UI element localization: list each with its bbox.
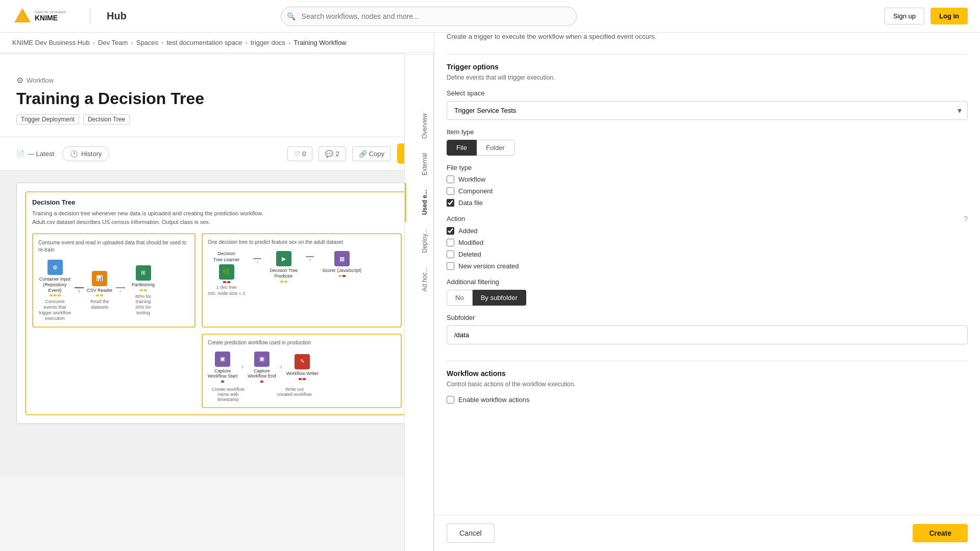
workflow-checkbox[interactable] [447, 176, 454, 183]
csv-reader-label: CSV Reader [87, 288, 113, 293]
capture-end-label: CaptureWorkflow End [248, 368, 276, 380]
trigger-panel-content: ⚡ Create trigger ✕ Create a trigger to e… [434, 0, 980, 551]
node-partitioning: ⊞ Partitioning 80% for training20% for t… [128, 265, 159, 316]
breadcrumb-item-1[interactable]: Dev Team [98, 39, 128, 46]
signup-button[interactable]: Sign up [885, 8, 924, 24]
workflow-label-text: Workflow [27, 77, 54, 84]
select-space-dropdown[interactable]: Trigger Service Tests [447, 101, 968, 120]
tag-0: Trigger Deployment [16, 114, 79, 124]
decision-tree-box: Decision Tree Training a decision tree w… [25, 191, 409, 415]
svg-text:KNIME: KNIME [35, 14, 58, 22]
history-button[interactable]: 🕐 History [62, 146, 109, 161]
subfolder-input[interactable] [447, 325, 968, 344]
tab-external[interactable]: External [405, 146, 433, 183]
container-input-icon: ⊕ [47, 260, 63, 275]
breadcrumb-sep-4: › [288, 39, 290, 46]
arrow-3: › [253, 258, 261, 265]
node-wf-writer: ✎ Workflow Writer [286, 354, 318, 380]
login-button[interactable]: Log in [930, 8, 968, 24]
capture-end-icon: ▣ [254, 352, 270, 367]
tab-overview[interactable]: Overview [405, 106, 433, 146]
tags: Trigger Deployment Decision Tree [16, 114, 418, 124]
breadcrumb-item-0[interactable]: KNIME Dev Business Hub [12, 39, 90, 46]
tab-deploy[interactable]: Deploy... [405, 222, 433, 260]
node-container-input: ⊕ Container Input(Repository Event) [38, 260, 71, 321]
search-input[interactable] [281, 7, 577, 26]
action-new-version[interactable]: New version created [447, 262, 968, 270]
trigger-options-desc: Define events that will trigger executio… [447, 74, 968, 81]
tag-1: Decision Tree [83, 114, 130, 124]
breadcrumb-item-2[interactable]: Spaces [136, 39, 158, 46]
file-type-checkboxes: Workflow Component Data file [447, 176, 968, 207]
breadcrumb-current: Training Workflow [293, 39, 346, 46]
panel-footer: Cancel Create [434, 515, 980, 551]
action-added[interactable]: Added [447, 227, 968, 235]
history-icon: 🕐 [70, 150, 78, 158]
consume-nodes: ⊕ Container Input(Repository Event) [38, 260, 189, 321]
component-checkbox[interactable] [447, 187, 454, 195]
like-button[interactable]: ♡ 0 [287, 146, 312, 161]
subfolder-label: Subfolder [447, 314, 968, 321]
action-help-icon[interactable]: ? [964, 215, 968, 223]
node-csv-reader: 📊 CSV Reader Read thedatasets [87, 271, 113, 310]
filter-subfolder-button[interactable]: By subfolder [473, 290, 526, 306]
version-button[interactable]: 📄 — Latest [16, 150, 54, 158]
tab-used[interactable]: Used e... [405, 183, 433, 222]
divider-2 [447, 361, 968, 361]
datafile-checkbox[interactable] [447, 199, 454, 207]
vert-tabs: Overview External Used e... Deploy... Ad… [405, 55, 433, 298]
workflow-diagram: Decision Tree Training a decision tree w… [17, 183, 417, 423]
breadcrumb-item-3[interactable]: test documentation space [166, 39, 242, 46]
breadcrumb-sep-3: › [246, 39, 248, 46]
node-dots [50, 294, 61, 296]
enable-workflow-actions-checkbox[interactable] [447, 396, 454, 404]
item-type-toggle: File Folder [447, 140, 968, 156]
header-right: Sign up Log in [885, 8, 968, 24]
workflow-actions-desc: Control basic actions of the workflow ex… [447, 381, 968, 388]
search-icon: 🔍 [287, 12, 296, 20]
breadcrumb-item-4[interactable]: trigger docs [251, 39, 285, 46]
divider-1 [447, 54, 968, 55]
file-type-datafile[interactable]: Data file [447, 199, 968, 207]
tab-adhoc[interactable]: Ad hoc... [405, 260, 433, 298]
copy-button[interactable]: 🔗 Copy [352, 146, 391, 161]
file-type-component[interactable]: Component [447, 187, 968, 195]
scorer-label: Scorer (JavaScript) [322, 268, 361, 273]
page-header: ⚙ Workflow Training a Decision Tree Trig… [0, 55, 434, 137]
arrow-6: › [280, 363, 282, 370]
comment-button[interactable]: 💬 2 [318, 146, 346, 161]
filter-no-button[interactable]: No [447, 290, 473, 306]
trigger-panel: ⚡ Create trigger ✕ Create a trigger to e… [434, 0, 980, 551]
container-input-label: Container Input(Repository Event) [38, 277, 71, 293]
modified-checkbox[interactable] [447, 239, 454, 246]
cancel-button[interactable]: Cancel [447, 523, 495, 543]
version-label: — Latest [28, 150, 54, 158]
file-type-workflow[interactable]: Workflow [447, 176, 968, 183]
csv-reader-icon: 📊 [92, 271, 107, 286]
deleted-checkbox[interactable] [447, 251, 454, 258]
toolbar: 📄 — Latest 🕐 History ♡ 0 💬 2 [0, 137, 434, 170]
wf-writer-icon: ✎ [295, 354, 310, 369]
dt-learner-icon: 🌿 [219, 264, 234, 280]
added-checkbox[interactable] [447, 227, 454, 235]
new-version-checkbox[interactable] [447, 262, 454, 270]
create-button[interactable]: Create [913, 524, 968, 542]
comment-count: 2 [335, 150, 339, 158]
dt-predictor-icon: ▶ [276, 251, 291, 266]
action-modified[interactable]: Modified [447, 239, 968, 246]
item-type-folder-button[interactable]: Folder [477, 140, 514, 156]
arrow-5: › [241, 363, 243, 370]
dt-sub-box: One decision tree to predict feature sex… [202, 233, 402, 328]
action-deleted[interactable]: Deleted [447, 251, 968, 258]
enable-workflow-actions[interactable]: Enable workflow actions [447, 396, 968, 404]
arrow-1: › [75, 287, 84, 294]
item-type-file-button[interactable]: File [447, 140, 477, 156]
workflow-icon: ⚙ [16, 76, 23, 85]
node-scorer: ▦ Scorer (JavaScript) [322, 251, 361, 277]
logo-area: Open for Innovation KNIME Hub [12, 6, 127, 27]
action-checkboxes: Added Modified Deleted New version creat… [447, 227, 968, 270]
additional-filtering-label: Additional filtering [447, 278, 968, 286]
main-layout: ⚙ Workflow Training a Decision Tree Trig… [0, 33, 980, 551]
capture-start-icon: ▣ [215, 352, 230, 367]
dt-box-title: Decision Tree [32, 198, 402, 206]
